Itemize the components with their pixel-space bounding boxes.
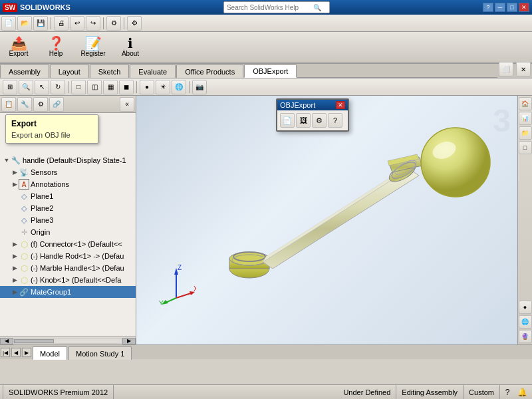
expand-icon-mategroup[interactable]: ▶ [11, 288, 19, 296]
expand-icon[interactable]: ▼ [3, 156, 11, 164]
save-btn[interactable]: 💾 [33, 16, 48, 31]
obj-dialog-close-btn[interactable]: ✕ [336, 101, 345, 109]
view3-btn[interactable]: ▦ [103, 80, 118, 94]
light-btn[interactable]: ☀ [156, 80, 170, 94]
bottom-tab-model[interactable]: Model [33, 346, 67, 360]
obj-btn-3[interactable]: ⚙ [312, 113, 327, 128]
open-btn[interactable]: 📂 [17, 16, 32, 31]
scroll-left-btn[interactable]: ◀ [0, 338, 13, 344]
status-defined: Under Defined [338, 385, 396, 399]
sidebar-hscrollbar[interactable]: ◀ ▶ [0, 336, 136, 344]
options-btn[interactable]: ⚙ [127, 16, 142, 31]
main-area: 📋 🔧 ⚙ 🔗 « Export Export an OBJ file ▼ 🔧 … [0, 96, 532, 344]
expand-icon-annotations[interactable]: ▶ [11, 180, 19, 188]
expand-icon-plane2[interactable] [11, 204, 19, 212]
search-input[interactable] [227, 4, 313, 11]
scroll-first-btn[interactable]: |◀ [1, 348, 10, 357]
rebuild-btn[interactable]: ⚙ [106, 16, 121, 31]
expand-icon-plane3[interactable] [11, 216, 19, 224]
expand-icon-knob[interactable]: ▶ [11, 276, 19, 284]
realview-btn[interactable]: 🔮 [519, 330, 532, 343]
tree-item-handle[interactable]: ▼ 🔧 handle (Default<Display State-1 [0, 154, 136, 166]
scrollbar-thumb[interactable] [14, 339, 54, 343]
mate-mgr-btn[interactable]: 🔗 [49, 97, 64, 112]
scroll-next-btn[interactable]: ▶ [22, 348, 31, 357]
tree-item-plane2[interactable]: ◇ Plane2 [0, 202, 136, 214]
expand-icon-plane1[interactable] [11, 192, 19, 200]
export-btn[interactable]: 📤 Export [3, 32, 35, 61]
view2-btn[interactable]: ◫ [87, 80, 102, 94]
search-box[interactable]: 🔍 [223, 1, 330, 13]
tab-sketch[interactable]: Sketch [90, 65, 130, 78]
handle-rod-icon: ⬡ [19, 251, 29, 261]
title-bar-controls: ? ─ □ ✕ [483, 3, 529, 12]
tree-item-mategroup[interactable]: ▶ 🔗 MateGroup1 [0, 286, 136, 298]
tree-item-knob[interactable]: ▶ ⬡ (-) Knob<1> (Default<<Defa [0, 274, 136, 286]
bottom-tab-motion-study[interactable]: Motion Study 1 [68, 346, 132, 360]
appearance-btn[interactable]: ● [519, 301, 532, 314]
print-btn[interactable]: 🖨 [54, 16, 68, 31]
select-btn[interactable]: ↖ [35, 80, 49, 94]
undo-btn[interactable]: ↩ [70, 16, 84, 31]
tab-objexport[interactable]: OBJExport [244, 65, 297, 78]
view1-btn[interactable]: □ [71, 80, 86, 94]
help-status-btn[interactable]: ? [500, 385, 515, 400]
search-icon[interactable]: 🔍 [313, 4, 321, 11]
obj-btn-1[interactable]: 📄 [280, 113, 295, 128]
expand-icon-handle-rod[interactable]: ▶ [11, 252, 19, 260]
view-selector-btn[interactable]: 🏠 [519, 97, 532, 110]
obj-btn-2[interactable]: 🖼 [296, 113, 311, 128]
tab-layout[interactable]: Layout [50, 65, 89, 78]
tree-item-plane3[interactable]: ◇ Plane3 [0, 214, 136, 226]
obj-btn-help[interactable]: ? [328, 113, 342, 128]
scroll-prev-btn[interactable]: ◀ [11, 348, 21, 357]
zoom-area-btn[interactable]: 📊 [519, 112, 532, 125]
redo-btn[interactable]: ↪ [86, 16, 100, 31]
scene-btn2[interactable]: 🌐 [519, 315, 532, 329]
scroll-right-btn[interactable]: ▶ [122, 338, 136, 344]
rotate3d-btn[interactable]: □ [519, 141, 532, 154]
scene-btn[interactable]: 🌐 [172, 80, 186, 94]
tab-close-btn[interactable]: ✕ [516, 62, 531, 76]
tab-office-products[interactable]: Office Products [176, 65, 243, 78]
expand-icon-origin[interactable] [11, 228, 19, 236]
camera-btn[interactable]: 📷 [192, 80, 207, 94]
tab-assembly[interactable]: Assembly [0, 65, 49, 78]
status-editing: Editing Assembly [396, 385, 464, 399]
status-custom: Custom [464, 385, 500, 399]
display1-btn[interactable]: ◼ [119, 80, 134, 94]
help-titlebar-btn[interactable]: ? [483, 3, 493, 12]
help-btn[interactable]: ❓ Help [40, 32, 72, 61]
tree-item-plane1[interactable]: ◇ Plane1 [0, 190, 136, 202]
tree-item-annotations[interactable]: ▶ A Annotations [0, 178, 136, 190]
expand-icon-sensors[interactable]: ▶ [11, 168, 19, 176]
tree-item-handle-rod[interactable]: ▶ ⬡ (-) Handle Rod<1> -> (Defau [0, 250, 136, 262]
rotate-btn[interactable]: ↻ [51, 80, 65, 94]
material-btn[interactable]: ● [140, 80, 154, 94]
notification-btn[interactable]: 🔔 [515, 385, 529, 400]
register-btn[interactable]: 📝 Register [77, 32, 109, 61]
zoom-in-btn[interactable]: 🔍 [19, 80, 33, 94]
tree-item-marble-handle[interactable]: ▶ ⬡ (-) Marble Handle<1> (Defau [0, 262, 136, 274]
tab-maximize-btn[interactable]: ⬜ [499, 62, 513, 76]
tree-item-sensors[interactable]: ▶ 📡 Sensors [0, 166, 136, 178]
3d-viewport[interactable]: OBJExport ✕ 📄 🖼 ⚙ ? 3 [136, 96, 517, 344]
minimize-btn[interactable]: ─ [495, 3, 505, 12]
zoom-fit-btn[interactable]: ⊞ [3, 80, 17, 94]
collapse-btn[interactable]: « [120, 97, 134, 112]
expand-icon-marble-handle[interactable]: ▶ [11, 264, 19, 272]
pan-btn[interactable]: 📁 [519, 126, 532, 140]
close-btn[interactable]: ✕ [519, 3, 529, 12]
property-mgr-btn[interactable]: 🔧 [17, 97, 32, 112]
expand-icon-connector[interactable]: ▶ [11, 240, 19, 248]
tree-item-connector[interactable]: ▶ ⬡ (f) Connector<1> (Default<< [0, 238, 136, 250]
maximize-btn[interactable]: □ [507, 3, 517, 12]
about-btn[interactable]: ℹ About [114, 32, 146, 61]
tab-evaluate[interactable]: Evaluate [130, 65, 176, 78]
plane2-icon: ◇ [19, 203, 29, 213]
svg-text:Z: Z [178, 265, 182, 271]
config-mgr-btn[interactable]: ⚙ [33, 97, 48, 112]
tree-item-origin[interactable]: ✛ Origin [0, 226, 136, 238]
new-btn[interactable]: 📄 [1, 16, 16, 31]
feature-mgr-btn[interactable]: 📋 [1, 97, 16, 112]
